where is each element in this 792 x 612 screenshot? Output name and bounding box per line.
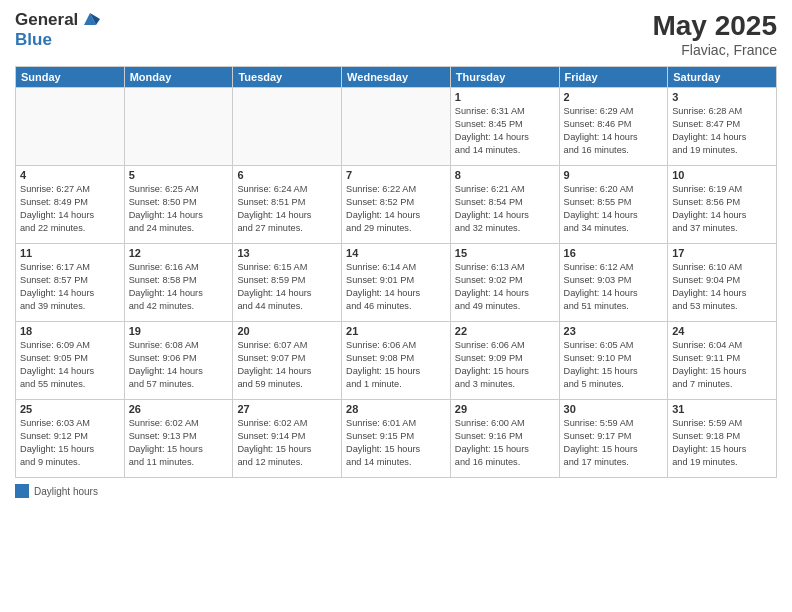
day-number: 21 [346, 325, 446, 337]
day-number: 13 [237, 247, 337, 259]
day-info: Sunrise: 6:28 AM Sunset: 8:47 PM Dayligh… [672, 105, 772, 157]
day-info: Sunrise: 6:19 AM Sunset: 8:56 PM Dayligh… [672, 183, 772, 235]
header-tuesday: Tuesday [233, 67, 342, 88]
day-info: Sunrise: 6:01 AM Sunset: 9:15 PM Dayligh… [346, 417, 446, 469]
month-year: May 2025 [652, 10, 777, 42]
week-row-1: 1Sunrise: 6:31 AM Sunset: 8:45 PM Daylig… [16, 88, 777, 166]
legend-label: Daylight hours [34, 486, 98, 497]
day-info: Sunrise: 6:13 AM Sunset: 9:02 PM Dayligh… [455, 261, 555, 313]
logo: General Blue [15, 10, 100, 50]
header-sunday: Sunday [16, 67, 125, 88]
day-number: 29 [455, 403, 555, 415]
day-info: Sunrise: 6:24 AM Sunset: 8:51 PM Dayligh… [237, 183, 337, 235]
day-number: 30 [564, 403, 664, 415]
day-info: Sunrise: 6:02 AM Sunset: 9:13 PM Dayligh… [129, 417, 229, 469]
day-number: 22 [455, 325, 555, 337]
day-info: Sunrise: 6:08 AM Sunset: 9:06 PM Dayligh… [129, 339, 229, 391]
day-info: Sunrise: 6:07 AM Sunset: 9:07 PM Dayligh… [237, 339, 337, 391]
calendar-cell: 31Sunrise: 5:59 AM Sunset: 9:18 PM Dayli… [668, 400, 777, 478]
day-info: Sunrise: 6:04 AM Sunset: 9:11 PM Dayligh… [672, 339, 772, 391]
day-number: 5 [129, 169, 229, 181]
logo-icon [80, 9, 100, 29]
calendar-cell: 6Sunrise: 6:24 AM Sunset: 8:51 PM Daylig… [233, 166, 342, 244]
title-block: May 2025 Flaviac, France [652, 10, 777, 58]
day-info: Sunrise: 6:27 AM Sunset: 8:49 PM Dayligh… [20, 183, 120, 235]
day-info: Sunrise: 6:31 AM Sunset: 8:45 PM Dayligh… [455, 105, 555, 157]
calendar-cell: 8Sunrise: 6:21 AM Sunset: 8:54 PM Daylig… [450, 166, 559, 244]
calendar-cell: 24Sunrise: 6:04 AM Sunset: 9:11 PM Dayli… [668, 322, 777, 400]
calendar-cell [124, 88, 233, 166]
header-friday: Friday [559, 67, 668, 88]
calendar-cell: 7Sunrise: 6:22 AM Sunset: 8:52 PM Daylig… [342, 166, 451, 244]
day-number: 15 [455, 247, 555, 259]
week-row-2: 4Sunrise: 6:27 AM Sunset: 8:49 PM Daylig… [16, 166, 777, 244]
calendar-cell: 21Sunrise: 6:06 AM Sunset: 9:08 PM Dayli… [342, 322, 451, 400]
day-info: Sunrise: 6:05 AM Sunset: 9:10 PM Dayligh… [564, 339, 664, 391]
day-number: 26 [129, 403, 229, 415]
day-number: 16 [564, 247, 664, 259]
day-info: Sunrise: 6:29 AM Sunset: 8:46 PM Dayligh… [564, 105, 664, 157]
day-number: 8 [455, 169, 555, 181]
day-number: 3 [672, 91, 772, 103]
day-number: 18 [20, 325, 120, 337]
day-info: Sunrise: 6:10 AM Sunset: 9:04 PM Dayligh… [672, 261, 772, 313]
day-info: Sunrise: 6:15 AM Sunset: 8:59 PM Dayligh… [237, 261, 337, 313]
location: Flaviac, France [652, 42, 777, 58]
legend: Daylight hours [15, 484, 777, 498]
calendar-cell: 1Sunrise: 6:31 AM Sunset: 8:45 PM Daylig… [450, 88, 559, 166]
logo-general: General [15, 10, 78, 30]
day-number: 27 [237, 403, 337, 415]
calendar-cell: 16Sunrise: 6:12 AM Sunset: 9:03 PM Dayli… [559, 244, 668, 322]
day-number: 12 [129, 247, 229, 259]
calendar-cell [233, 88, 342, 166]
logo-blue: Blue [15, 30, 100, 50]
day-number: 19 [129, 325, 229, 337]
header-wednesday: Wednesday [342, 67, 451, 88]
day-number: 24 [672, 325, 772, 337]
calendar-cell: 30Sunrise: 5:59 AM Sunset: 9:17 PM Dayli… [559, 400, 668, 478]
calendar-cell: 5Sunrise: 6:25 AM Sunset: 8:50 PM Daylig… [124, 166, 233, 244]
calendar-cell: 10Sunrise: 6:19 AM Sunset: 8:56 PM Dayli… [668, 166, 777, 244]
days-header-row: Sunday Monday Tuesday Wednesday Thursday… [16, 67, 777, 88]
calendar-cell: 12Sunrise: 6:16 AM Sunset: 8:58 PM Dayli… [124, 244, 233, 322]
day-info: Sunrise: 6:09 AM Sunset: 9:05 PM Dayligh… [20, 339, 120, 391]
day-info: Sunrise: 6:02 AM Sunset: 9:14 PM Dayligh… [237, 417, 337, 469]
calendar-cell [16, 88, 125, 166]
day-info: Sunrise: 6:22 AM Sunset: 8:52 PM Dayligh… [346, 183, 446, 235]
calendar-cell: 17Sunrise: 6:10 AM Sunset: 9:04 PM Dayli… [668, 244, 777, 322]
calendar-cell: 18Sunrise: 6:09 AM Sunset: 9:05 PM Dayli… [16, 322, 125, 400]
calendar-cell: 28Sunrise: 6:01 AM Sunset: 9:15 PM Dayli… [342, 400, 451, 478]
day-number: 25 [20, 403, 120, 415]
day-number: 10 [672, 169, 772, 181]
week-row-3: 11Sunrise: 6:17 AM Sunset: 8:57 PM Dayli… [16, 244, 777, 322]
calendar-cell: 19Sunrise: 6:08 AM Sunset: 9:06 PM Dayli… [124, 322, 233, 400]
calendar-cell: 14Sunrise: 6:14 AM Sunset: 9:01 PM Dayli… [342, 244, 451, 322]
day-info: Sunrise: 6:21 AM Sunset: 8:54 PM Dayligh… [455, 183, 555, 235]
calendar-cell: 20Sunrise: 6:07 AM Sunset: 9:07 PM Dayli… [233, 322, 342, 400]
day-number: 1 [455, 91, 555, 103]
day-info: Sunrise: 5:59 AM Sunset: 9:17 PM Dayligh… [564, 417, 664, 469]
day-info: Sunrise: 6:00 AM Sunset: 9:16 PM Dayligh… [455, 417, 555, 469]
calendar-cell: 3Sunrise: 6:28 AM Sunset: 8:47 PM Daylig… [668, 88, 777, 166]
calendar-cell: 25Sunrise: 6:03 AM Sunset: 9:12 PM Dayli… [16, 400, 125, 478]
day-number: 2 [564, 91, 664, 103]
header-monday: Monday [124, 67, 233, 88]
calendar-cell: 23Sunrise: 6:05 AM Sunset: 9:10 PM Dayli… [559, 322, 668, 400]
day-info: Sunrise: 6:06 AM Sunset: 9:08 PM Dayligh… [346, 339, 446, 391]
day-info: Sunrise: 6:06 AM Sunset: 9:09 PM Dayligh… [455, 339, 555, 391]
calendar-cell: 27Sunrise: 6:02 AM Sunset: 9:14 PM Dayli… [233, 400, 342, 478]
day-info: Sunrise: 6:25 AM Sunset: 8:50 PM Dayligh… [129, 183, 229, 235]
day-number: 14 [346, 247, 446, 259]
calendar-cell [342, 88, 451, 166]
day-number: 9 [564, 169, 664, 181]
calendar-cell: 26Sunrise: 6:02 AM Sunset: 9:13 PM Dayli… [124, 400, 233, 478]
calendar-cell: 9Sunrise: 6:20 AM Sunset: 8:55 PM Daylig… [559, 166, 668, 244]
legend-box [15, 484, 29, 498]
day-info: Sunrise: 6:17 AM Sunset: 8:57 PM Dayligh… [20, 261, 120, 313]
day-number: 7 [346, 169, 446, 181]
calendar-cell: 4Sunrise: 6:27 AM Sunset: 8:49 PM Daylig… [16, 166, 125, 244]
day-info: Sunrise: 5:59 AM Sunset: 9:18 PM Dayligh… [672, 417, 772, 469]
header-saturday: Saturday [668, 67, 777, 88]
day-number: 28 [346, 403, 446, 415]
day-info: Sunrise: 6:16 AM Sunset: 8:58 PM Dayligh… [129, 261, 229, 313]
